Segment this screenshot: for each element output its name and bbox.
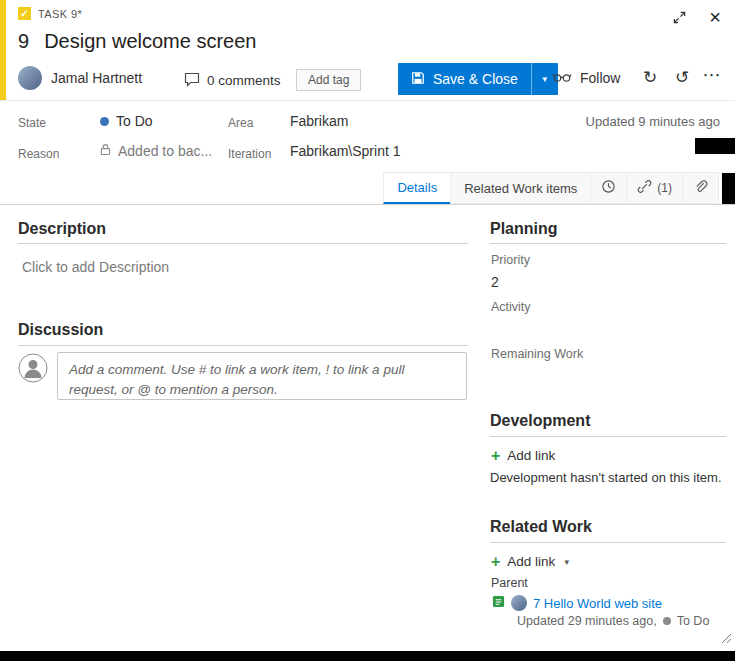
comments-count: 0 comments: [207, 73, 281, 88]
area-picker[interactable]: Fabrikam: [290, 113, 348, 129]
work-item-title[interactable]: Design welcome screen: [44, 30, 256, 53]
description-editor[interactable]: Click to add Description: [22, 259, 169, 275]
area-value: Fabrikam: [290, 113, 348, 129]
state-value: To Do: [116, 113, 153, 129]
attachment-icon: [693, 179, 708, 197]
work-item-id: 9: [18, 30, 29, 53]
comment-input[interactable]: Add a comment. Use # to link a work item…: [57, 352, 467, 400]
development-heading: Development: [490, 412, 590, 430]
discussion-heading: Discussion: [18, 321, 103, 339]
related-add-link-label: Add link: [507, 554, 555, 569]
plus-icon: +: [491, 449, 500, 462]
parent-group-label: Parent: [491, 576, 528, 590]
follow-icon: [552, 70, 572, 86]
caret-down-icon: ▼: [541, 75, 549, 84]
bottom-black-bar: [0, 651, 735, 661]
reason-label: Reason: [18, 147, 59, 161]
save-close-split-button: Save & Close ▼: [398, 63, 558, 95]
assignee-picker[interactable]: Jamal Hartnett: [18, 66, 142, 90]
check-glyph: ✓: [20, 8, 28, 19]
lock-icon: [100, 143, 111, 159]
redacted-area: [695, 138, 735, 154]
remaining-work-label: Remaining Work: [491, 347, 583, 361]
priority-label: Priority: [491, 253, 530, 267]
comment-icon: [184, 71, 200, 90]
planning-divider: [490, 243, 726, 244]
planning-heading: Planning: [490, 220, 558, 238]
work-item-dialog: ✓ TASK 9* × 9 Design welcome screen Jama…: [0, 0, 735, 661]
resize-handle[interactable]: [721, 631, 732, 647]
priority-field[interactable]: 2: [491, 274, 499, 290]
related-work-heading: Related Work: [490, 518, 592, 536]
parent-state-value: To Do: [677, 614, 710, 628]
current-user-avatar: [18, 353, 48, 386]
parent-work-item-link[interactable]: 7 Hello World web site: [533, 596, 662, 611]
development-add-link-label: Add link: [507, 448, 555, 463]
assignee-name: Jamal Hartnett: [51, 70, 142, 86]
comments-link[interactable]: 0 comments: [184, 71, 281, 90]
parent-updated-text: Updated 29 minutes ago,: [517, 614, 657, 628]
iteration-value: Fabrikam\Sprint 1: [290, 143, 400, 159]
close-icon[interactable]: ×: [703, 5, 727, 29]
development-add-link-button[interactable]: + Add link: [491, 448, 555, 463]
development-divider: [490, 436, 726, 437]
related-add-link-button[interactable]: + Add link ▾: [491, 554, 569, 569]
reason-value: Added to bac...: [118, 143, 212, 159]
task-type-icon: ✓: [18, 7, 31, 20]
parent-meta-row: Updated 29 minutes ago, To Do: [517, 614, 709, 628]
discussion-divider: [18, 345, 468, 346]
updated-timestamp: Updated 9 minutes ago: [586, 114, 720, 129]
iteration-label: Iteration: [228, 147, 271, 161]
title-row: 9 Design welcome screen: [18, 30, 256, 53]
tab-related-work-items[interactable]: Related Work items: [450, 172, 591, 204]
activity-field[interactable]: [491, 318, 691, 336]
area-label: Area: [228, 116, 253, 130]
assignee-avatar: [18, 66, 42, 90]
expand-icon[interactable]: [667, 5, 691, 29]
links-count: (1): [657, 181, 672, 195]
work-item-type-color-bar: [0, 0, 6, 101]
undo-button[interactable]: ↺: [670, 67, 694, 88]
add-tag-button[interactable]: Add tag: [296, 69, 361, 91]
remaining-work-field[interactable]: [491, 365, 691, 383]
tab-links[interactable]: (1): [626, 172, 683, 204]
refresh-button[interactable]: ↻: [638, 67, 662, 88]
description-heading: Description: [18, 220, 106, 238]
follow-label: Follow: [580, 70, 620, 86]
work-item-type-header: ✓ TASK 9*: [18, 7, 82, 20]
iteration-picker[interactable]: Fabrikam\Sprint 1: [290, 143, 400, 159]
parent-work-item-row: 7 Hello World web site: [492, 595, 662, 611]
link-icon: [637, 179, 652, 197]
backlog-item-type-icon: [492, 595, 505, 611]
state-dot-icon: [100, 117, 109, 126]
tab-history[interactable]: [590, 172, 627, 204]
description-divider: [18, 243, 468, 244]
tab-bar: Details Related Work items (1): [0, 172, 735, 205]
work-item-type-label: TASK 9*: [38, 8, 82, 20]
more-options-button[interactable]: ⋯: [700, 64, 724, 86]
development-empty-message: Development hasn't started on this item.: [490, 470, 722, 485]
activity-label: Activity: [491, 300, 531, 314]
state-label: State: [18, 116, 46, 130]
redacted-area: [722, 173, 735, 204]
save-icon: [411, 71, 425, 88]
reason-field: Added to bac...: [100, 143, 212, 159]
window-buttons: ×: [667, 5, 727, 29]
tab-related-label: Related Work items: [464, 181, 577, 196]
related-work-divider: [490, 542, 726, 543]
history-icon: [601, 179, 616, 197]
save-close-button[interactable]: Save & Close: [398, 63, 531, 95]
parent-state-dot-icon: [663, 617, 671, 625]
plus-icon: +: [491, 555, 500, 568]
save-close-label: Save & Close: [433, 71, 518, 87]
tab-attachments[interactable]: [682, 172, 719, 204]
tab-details-label: Details: [397, 180, 437, 195]
state-picker[interactable]: To Do: [100, 113, 153, 129]
chevron-down-icon: ▾: [564, 557, 569, 567]
fields-section: State To Do Reason Added to bac... Area …: [0, 101, 735, 171]
parent-assignee-avatar: [511, 595, 527, 611]
tab-details[interactable]: Details: [383, 172, 451, 204]
follow-button[interactable]: Follow: [552, 70, 620, 86]
